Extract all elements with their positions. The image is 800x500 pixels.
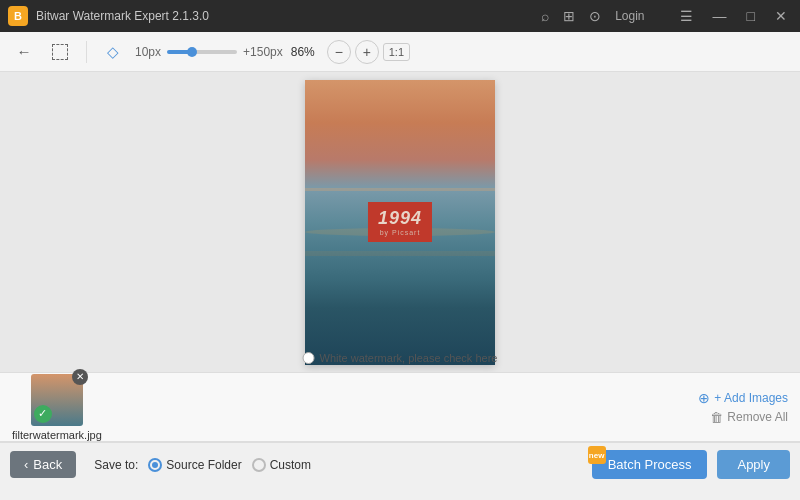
zoom-slider-container	[167, 50, 237, 54]
back-arrow-icon: ‹	[24, 457, 28, 472]
zoom-ratio-button[interactable]: 1:1	[383, 43, 410, 61]
title-bar: B Bitwar Watermark Expert 2.1.3.0 ⌕ ⊞ ⊙ …	[0, 0, 800, 32]
marker-button[interactable]: ◇	[99, 38, 127, 66]
close-button[interactable]: ✕	[770, 6, 792, 26]
remove-all-button[interactable]: 🗑 Remove All	[710, 410, 788, 425]
horizon-line	[305, 188, 495, 191]
zoom-in-button[interactable]: +	[355, 40, 379, 64]
file-name-label: filterwatermark.jpg	[12, 429, 102, 441]
toolbar: ← ◇ 10px +150px 86% − + 1:1	[0, 32, 800, 72]
notice-dot-icon	[303, 352, 315, 364]
back-label: Back	[33, 457, 62, 472]
zoom-percent-label: 86%	[291, 45, 319, 59]
wave-2	[305, 251, 495, 256]
white-watermark-notice: White watermark, please check here	[303, 352, 498, 364]
batch-new-badge: new	[588, 446, 606, 464]
title-bar-icons: ⌕ ⊞ ⊙ Login	[541, 8, 644, 24]
add-images-button[interactable]: ⊕ + Add Images	[698, 390, 788, 406]
back-button[interactable]: ‹ Back	[10, 451, 76, 478]
file-strip-actions: ⊕ + Add Images 🗑 Remove All	[698, 390, 788, 425]
image-background: 1994 by Picsart	[305, 80, 495, 365]
canvas-area: 1994 by Picsart White watermark, please …	[0, 72, 800, 372]
custom-radio[interactable]	[252, 458, 266, 472]
custom-option[interactable]: Custom	[252, 458, 311, 472]
crop-icon	[52, 44, 68, 60]
zoom-slider[interactable]	[167, 50, 237, 54]
source-folder-option[interactable]: Source Folder	[148, 458, 241, 472]
apply-button[interactable]: Apply	[717, 450, 790, 479]
batch-process-button[interactable]: new Batch Process	[592, 450, 708, 479]
menu-icon[interactable]: ☰	[675, 6, 698, 26]
plus-circle-icon: ⊕	[698, 390, 710, 406]
bottom-bar: ‹ Back Save to: Source Folder Custom new…	[0, 442, 800, 486]
file-thumb-container: ✓ ✕	[31, 374, 83, 426]
app-logo: B	[8, 6, 28, 26]
thumb-check-icon: ✓	[34, 405, 52, 423]
thumb-remove-button[interactable]: ✕	[72, 369, 88, 385]
user-icon[interactable]: ⊙	[589, 8, 601, 24]
watermark-text-picsart: by Picsart	[378, 229, 422, 236]
crop-button[interactable]	[46, 38, 74, 66]
zoom-buttons: − + 1:1	[327, 40, 410, 64]
marker-icon: ◇	[107, 43, 119, 61]
login-button[interactable]: Login	[615, 9, 644, 23]
zoom-out-icon: −	[335, 44, 343, 60]
zoom-out-button[interactable]: −	[327, 40, 351, 64]
back-arrow-icon: ←	[17, 43, 32, 60]
watermark-badge: 1994 by Picsart	[368, 202, 432, 242]
notice-text: White watermark, please check here	[320, 352, 498, 364]
source-folder-label: Source Folder	[166, 458, 241, 472]
trash-icon: 🗑	[710, 410, 723, 425]
source-folder-radio[interactable]	[148, 458, 162, 472]
back-arrow-button[interactable]: ←	[10, 38, 38, 66]
zoom-in-icon: +	[363, 44, 371, 60]
apply-label: Apply	[737, 457, 770, 472]
save-options: Source Folder Custom	[148, 458, 311, 472]
custom-label: Custom	[270, 458, 311, 472]
add-images-label: + Add Images	[714, 391, 788, 405]
search-icon[interactable]: ⌕	[541, 8, 549, 24]
file-item: ✓ ✕ filterwatermark.jpg	[12, 374, 102, 441]
zoom-controls: 10px +150px	[135, 45, 283, 59]
image-canvas: 1994 by Picsart	[305, 80, 495, 365]
remove-all-label: Remove All	[727, 410, 788, 424]
save-to-label: Save to:	[94, 458, 138, 472]
min-px-label: 10px	[135, 45, 161, 59]
max-px-label: +150px	[243, 45, 283, 59]
batch-process-label: Batch Process	[608, 457, 692, 472]
watermark-text-1994: 1994	[378, 208, 422, 229]
toolbar-divider	[86, 41, 87, 63]
minimize-button[interactable]: —	[708, 6, 732, 26]
cart-icon[interactable]: ⊞	[563, 8, 575, 24]
maximize-button[interactable]: □	[742, 6, 760, 26]
zoom-slider-thumb	[187, 47, 197, 57]
file-strip: ✓ ✕ filterwatermark.jpg ⊕ + Add Images 🗑…	[0, 372, 800, 442]
window-controls: ☰ — □ ✕	[675, 6, 792, 26]
app-title: Bitwar Watermark Expert 2.1.3.0	[36, 9, 541, 23]
